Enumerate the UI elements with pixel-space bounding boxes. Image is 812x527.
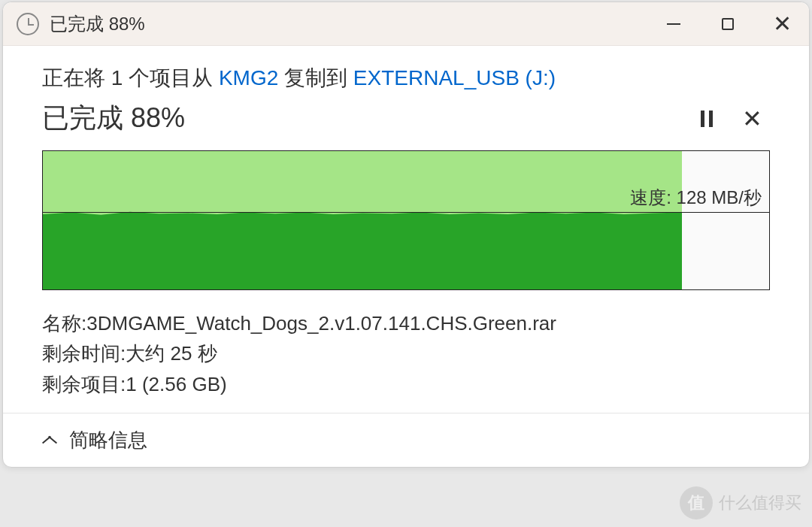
file-copy-dialog: 已完成 88% ✕ 正在将 1 个项目从 KMG2 复制到 EXTERNAL_U…	[2, 2, 810, 468]
window-title: 已完成 88%	[50, 12, 145, 36]
destination-link[interactable]: EXTERNAL_USB (J:)	[353, 66, 556, 89]
detail-items-row: 剩余项目: 1 (2.56 GB)	[42, 369, 770, 399]
cancel-button[interactable]: ✕	[734, 101, 770, 137]
detail-name-value: 3DMGAME_Watch_Dogs_2.v1.07.141.CHS.Green…	[86, 308, 556, 338]
minimize-icon	[667, 23, 680, 25]
watermark-badge: 值	[680, 486, 713, 519]
detail-time-row: 剩余时间: 大约 25 秒	[42, 338, 770, 368]
copy-prefix: 正在将 1 个项目从	[42, 66, 219, 89]
details-toggle[interactable]: 简略信息	[69, 427, 147, 453]
maximize-button[interactable]	[701, 2, 755, 45]
dialog-footer: 简略信息	[3, 413, 809, 467]
copy-middle: 复制到	[278, 66, 353, 89]
speed-label: 速度: 128 MB/秒	[630, 186, 762, 210]
dialog-content: 正在将 1 个项目从 KMG2 复制到 EXTERNAL_USB (J:) 已完…	[3, 46, 809, 413]
cancel-icon: ✕	[742, 104, 762, 133]
detail-items-value: 1 (2.56 GB)	[126, 369, 226, 399]
speed-label-prefix: 速度:	[630, 187, 676, 207]
transfer-details: 名称: 3DMGAME_Watch_Dogs_2.v1.07.141.CHS.G…	[42, 308, 770, 399]
progress-row: 已完成 88% ✕	[42, 100, 770, 137]
chart-speed-area	[43, 151, 682, 289]
detail-items-label: 剩余项目:	[42, 369, 126, 399]
svg-marker-0	[43, 212, 682, 289]
close-window-button[interactable]: ✕	[755, 2, 809, 45]
watermark: 值 什么值得买	[680, 486, 801, 519]
copy-description: 正在将 1 个项目从 KMG2 复制到 EXTERNAL_USB (J:)	[42, 64, 770, 92]
maximize-icon	[722, 18, 734, 30]
watermark-text: 什么值得买	[719, 492, 801, 514]
detail-name-row: 名称: 3DMGAME_Watch_Dogs_2.v1.07.141.CHS.G…	[42, 308, 770, 338]
pause-icon	[701, 111, 713, 127]
clock-icon	[17, 13, 39, 35]
close-icon: ✕	[773, 13, 792, 35]
chevron-up-icon[interactable]	[42, 435, 57, 444]
source-link[interactable]: KMG2	[219, 66, 278, 89]
minimize-button[interactable]	[647, 2, 701, 45]
pause-button[interactable]	[689, 101, 725, 137]
titlebar: 已完成 88% ✕	[3, 2, 809, 46]
detail-time-label: 剩余时间:	[42, 338, 126, 368]
detail-name-label: 名称:	[42, 308, 86, 338]
speed-chart: 速度: 128 MB/秒	[42, 150, 770, 290]
speed-reference-line	[43, 212, 769, 213]
progress-label: 已完成 88%	[42, 100, 680, 137]
speed-label-value: 128 MB/秒	[677, 187, 762, 207]
detail-time-value: 大约 25 秒	[126, 338, 217, 368]
window-controls: ✕	[647, 2, 809, 45]
